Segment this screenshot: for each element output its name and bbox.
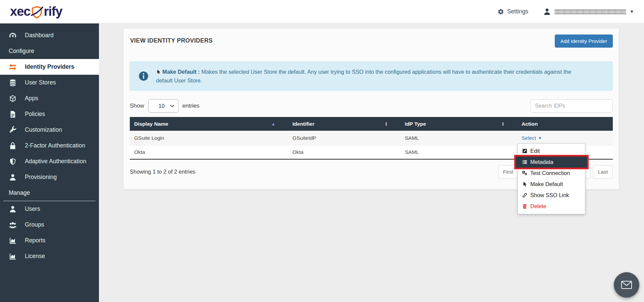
cell-display-name: Okta [130, 145, 288, 159]
sidebar-item-identity-providers[interactable]: Identity Providers [0, 59, 99, 75]
cell-identifier: Okta [288, 145, 400, 159]
sidebar-item-label: Provisioning [25, 174, 57, 181]
sidebar-item-label: Adaptive Authentication [25, 158, 86, 165]
sidebar-item-label: User Stores [25, 79, 56, 86]
menu-item-test-connection[interactable]: Test Connection [518, 168, 585, 179]
sidebar-item-label: License [25, 253, 45, 260]
sidebar-item-dashboard[interactable]: Dashboard [0, 27, 99, 43]
trash-icon [522, 203, 528, 209]
entries-label: entries [182, 103, 200, 109]
logo-text-prefix: xec [10, 4, 30, 19]
document-icon [9, 110, 17, 118]
cursor-icon [522, 181, 528, 187]
sidebar-item-label: Reports [25, 237, 45, 244]
column-header-identifier[interactable]: Identifier ▲▼ [288, 117, 400, 131]
sort-ascending-icon: ▲ [271, 122, 275, 126]
cursor-icon [156, 69, 161, 74]
sidebar-item-user-stores[interactable]: User Stores [0, 75, 99, 90]
sidebar-section-manage: Manage [0, 185, 99, 201]
pagination-first-button[interactable]: First [498, 165, 518, 179]
info-icon [139, 71, 149, 81]
sidebar-item-reports[interactable]: Reports [0, 233, 99, 248]
logo-text-suffix: rify [44, 4, 62, 19]
show-label: Show [130, 103, 144, 109]
sidebar-item-2fa[interactable]: 2-Factor Authentication [0, 138, 99, 154]
column-header-display-name[interactable]: Display Name ▲ [130, 117, 288, 131]
top-bar-right: Settings ▼ [497, 8, 634, 16]
menu-item-delete[interactable]: Delete [518, 201, 585, 212]
info-alert: Make Default : Makes the selected User S… [129, 61, 613, 91]
shield-icon [9, 158, 17, 166]
database-icon [9, 79, 17, 87]
shield-logo-icon [31, 5, 43, 19]
chart-icon [9, 252, 17, 260]
menu-item-show-sso-link[interactable]: Show SSO Link [518, 190, 585, 201]
gear-icon [497, 8, 504, 15]
link-icon [522, 192, 528, 198]
table-header-row: Display Name ▲ Identifier ▲▼ IdP Type ▲▼… [130, 117, 613, 131]
user-icon [9, 205, 17, 213]
sidebar-item-label: Users [25, 205, 40, 213]
main-content: VIEW IDENTITY PROVIDERS Add Identity Pro… [99, 23, 644, 302]
sidebar-section-label: Configure [9, 48, 34, 55]
sidebar-section-configure: Configure [0, 43, 99, 59]
chevron-down-icon [170, 103, 174, 107]
settings-button[interactable]: Settings [497, 8, 528, 15]
lock-icon [9, 142, 17, 150]
entries-control: Show 10 entries [130, 99, 200, 113]
sidebar-item-users[interactable]: Users [0, 201, 99, 217]
sort-icon: ▲▼ [385, 122, 388, 126]
chevron-down-icon: ▼ [630, 9, 634, 14]
sidebar-item-provisioning[interactable]: Provisioning [0, 169, 99, 185]
sidebar-item-customization[interactable]: Customization [0, 122, 99, 138]
alert-bold-text: Make Default : [162, 69, 200, 75]
pagination-last-button[interactable]: Last [593, 165, 613, 179]
cell-identifier: GSuiteIdP [288, 131, 400, 145]
sidebar-item-adaptive-auth[interactable]: Adaptive Authentication [0, 154, 99, 169]
menu-item-make-default[interactable]: Make Default [518, 179, 585, 190]
support-chat-button[interactable] [614, 272, 639, 298]
menu-item-metadata[interactable]: Metadata [516, 157, 587, 168]
cube-icon [9, 95, 17, 103]
sidebar-section-label: Manage [9, 189, 30, 196]
column-header-idp-type[interactable]: IdP Type ▲▼ [400, 117, 517, 131]
user-account-menu[interactable]: ▼ [543, 8, 634, 16]
app-root: xec rify Settings ▼ Dashboard Configure [0, 0, 644, 302]
cell-display-name: GSuite Login [130, 131, 288, 145]
sidebar-item-label: 2-Factor Authentication [25, 142, 85, 149]
sidebar-item-label: Dashboard [25, 32, 54, 39]
search-input[interactable] [530, 99, 613, 113]
table-row: GSuite Login GSuiteIdP SAML Select ▼ [130, 131, 613, 145]
sidebar-item-label: Identity Providers [25, 63, 74, 70]
sidebar-item-apps[interactable]: Apps [0, 90, 99, 106]
sidebar-item-groups[interactable]: Groups [0, 217, 99, 233]
add-identity-provider-button[interactable]: Add Identity Provider [555, 35, 613, 48]
sort-icon: ▲▼ [501, 122, 504, 126]
xecurify-logo[interactable]: xec rify [10, 4, 62, 19]
users-icon [9, 221, 17, 229]
cell-idp-type: SAML [400, 145, 517, 159]
sidebar-nav: Dashboard Configure Identity Providers U… [0, 23, 99, 302]
wrench-icon [9, 126, 17, 134]
username-redacted [554, 9, 626, 14]
top-bar: xec rify Settings ▼ [0, 0, 644, 23]
sidebar-item-label: Groups [25, 221, 44, 228]
menu-item-edit[interactable]: Edit [518, 145, 585, 157]
column-header-action: Action [517, 117, 613, 131]
sidebar-item-label: Apps [25, 95, 38, 102]
settings-label: Settings [507, 8, 528, 15]
row-action-select-dropdown[interactable]: Select ▼ [522, 135, 542, 141]
alert-body-text: Makes the selected User Store the defaul… [156, 69, 571, 83]
exchange-icon [9, 63, 17, 71]
gauge-icon [9, 32, 17, 40]
entries-per-page-select[interactable]: 10 [148, 99, 178, 113]
table-summary: Showing 1 to 2 of 2 entries [130, 169, 195, 175]
cell-idp-type: SAML [400, 131, 517, 145]
chart-icon [9, 237, 17, 245]
alert-text: Make Default : Makes the selected User S… [156, 67, 589, 85]
edit-icon [522, 148, 528, 154]
sidebar-item-license[interactable]: License [0, 248, 99, 264]
sidebar-item-policies[interactable]: Policies [0, 106, 99, 122]
envelope-icon [620, 279, 634, 291]
action-dropdown-menu: Edit Metadata Test Connection Make Defau… [518, 143, 585, 214]
